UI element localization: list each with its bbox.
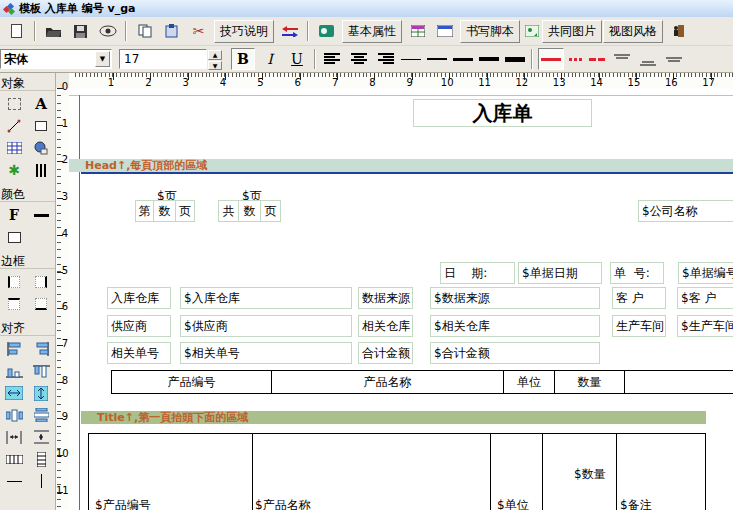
view-style-button[interactable]: 视图风格 (603, 20, 663, 43)
underline-button[interactable]: U (285, 48, 309, 70)
cut-icon[interactable]: ✂ (187, 20, 210, 42)
print-preview-icon[interactable] (96, 20, 119, 42)
properties-button[interactable]: 基本属性 (342, 20, 402, 43)
grid-icon[interactable] (406, 20, 429, 42)
line-width-1-icon[interactable] (399, 48, 422, 70)
red-solid-line-icon[interactable] (538, 48, 564, 70)
related-warehouse-value-field[interactable]: $相关仓库 (430, 315, 600, 337)
font-color-icon[interactable]: F (5, 207, 23, 224)
page-number-field[interactable]: 数 (153, 200, 176, 222)
red-dashed-line-icon[interactable] (587, 48, 607, 70)
header-cell-unit[interactable]: 单位 (503, 370, 555, 394)
exit-icon[interactable] (667, 20, 690, 42)
customer-value-field[interactable]: $客 户 (677, 287, 733, 309)
combo-dropdown-icon[interactable]: ▼ (95, 51, 110, 67)
open-folder-icon[interactable] (42, 20, 65, 42)
line-width-4-icon[interactable] (477, 48, 500, 70)
script-button[interactable]: 书写脚本 (460, 20, 520, 43)
line-width-3-icon[interactable] (451, 48, 474, 70)
supplier-value-field[interactable]: $供应商 (180, 315, 352, 337)
paste-icon[interactable] (160, 20, 183, 42)
line-align-bottom-icon[interactable] (636, 52, 659, 74)
supplier-label-field[interactable]: 供应商 (107, 315, 171, 337)
table-tool-icon[interactable] (5, 140, 23, 157)
header-cell-code[interactable]: 产品编号 (111, 370, 272, 394)
detail-qty-field[interactable]: $数量 (574, 466, 606, 483)
design-canvas[interactable]: 入库单 Head↑,每頁頂部的區域 $页 $页 第 数 页 共 数 页 $公司名… (69, 88, 733, 510)
detail-note-field[interactable]: $备注 (620, 497, 652, 510)
vertical-line-icon[interactable] (32, 473, 50, 490)
related-no-value-field[interactable]: $相关单号 (180, 342, 352, 364)
line-align-middle-icon[interactable] (662, 49, 685, 71)
page-unit-field[interactable]: 页 (175, 200, 195, 222)
select-tool-icon[interactable] (5, 96, 23, 113)
total-amount-value-field[interactable]: $合计金额 (430, 342, 600, 364)
line-tool-icon[interactable] (5, 118, 23, 135)
border-top-icon[interactable] (5, 296, 23, 313)
copy-icon[interactable] (133, 20, 156, 42)
barcode-tool-icon[interactable] (32, 162, 50, 179)
ruler-vertical[interactable]: 01234567891011 (56, 88, 69, 510)
font-size-input[interactable]: 17 ▲▼ (119, 49, 207, 69)
company-field[interactable]: $公司名称 (638, 200, 733, 222)
source-value-field[interactable]: $数据来源 (430, 287, 600, 309)
detail-name-field[interactable]: $产品名称 (255, 497, 311, 510)
date-value-field[interactable]: $单据日期 (518, 262, 602, 284)
line-align-top-icon[interactable] (610, 48, 633, 70)
total-amount-label-field[interactable]: 合计金额 (358, 342, 413, 364)
image-add-icon[interactable] (524, 20, 540, 42)
line-width-5-icon[interactable] (503, 48, 526, 70)
red-dotted-line-icon[interactable] (567, 48, 584, 70)
tips-button[interactable]: 技巧说明 (214, 20, 274, 43)
doc-title-field[interactable]: 入库单 (413, 99, 592, 127)
related-no-label-field[interactable]: 相关单号 (107, 342, 171, 364)
italic-button[interactable]: I (258, 48, 282, 70)
page-total-field[interactable]: 数 (238, 200, 261, 222)
new-file-icon[interactable] (5, 20, 28, 42)
border-bottom-icon[interactable] (32, 296, 50, 313)
workshop-value-field[interactable]: $生产车间 (677, 315, 733, 337)
horizontal-line-icon[interactable] (5, 473, 23, 490)
title-bar[interactable]: 模板 入库单 编号 v_ga (0, 0, 733, 17)
page-total-unit-field[interactable]: 页 (260, 200, 281, 222)
spin-up-icon[interactable]: ▲ (208, 50, 222, 60)
spin-down-icon[interactable]: ▼ (208, 61, 222, 71)
page-total-prefix-field[interactable]: 共 (218, 200, 239, 222)
align-rights-icon[interactable] (32, 341, 50, 358)
bold-button[interactable]: B (231, 48, 255, 70)
distribute-vertical-icon[interactable] (32, 407, 50, 424)
sync-arrows-icon[interactable] (278, 20, 301, 42)
ruler-horizontal[interactable]: 1234567891011121314151617 (69, 73, 733, 88)
text-tool-icon[interactable]: A (32, 96, 50, 113)
number-value-field[interactable]: $单据编号 (678, 262, 733, 284)
same-height-cells-icon[interactable] (32, 451, 50, 468)
detail-unit-field[interactable]: $单位 (497, 497, 529, 510)
fill-color-icon[interactable] (5, 229, 23, 246)
head-band[interactable]: Head↑,每頁頂部的區域 (69, 159, 733, 172)
customer-label-field[interactable]: 客 户 (612, 287, 666, 309)
align-left-icon[interactable] (321, 48, 344, 70)
save-icon[interactable] (69, 20, 92, 42)
header-cell-name[interactable]: 产品名称 (271, 370, 504, 394)
window-icon[interactable] (433, 20, 456, 42)
line-color-icon[interactable] (32, 207, 50, 224)
border-right-icon[interactable] (32, 274, 50, 291)
special-object-tool-icon[interactable]: ✱ (5, 162, 23, 179)
page-prefix-field[interactable]: 第 (135, 200, 154, 222)
border-left-icon[interactable] (5, 274, 23, 291)
detail-code-field[interactable]: $产品编号 (95, 497, 151, 510)
warehouse-label-field[interactable]: 入库仓库 (107, 287, 171, 309)
align-lefts-icon[interactable] (5, 341, 23, 358)
shrink-vertical-spacing-icon[interactable] (32, 429, 50, 446)
workshop-label-field[interactable]: 生产车间 (612, 315, 666, 337)
number-label-field[interactable]: 单 号: (610, 262, 664, 284)
align-bottoms-icon[interactable] (5, 363, 23, 380)
header-cell-qty[interactable]: 数量 (554, 370, 625, 394)
font-name-combo[interactable]: 宋体 ▼ (0, 49, 112, 69)
column-header-table[interactable]: 产品编号 产品名称 单位 数量 (111, 370, 733, 394)
shared-images-button[interactable]: 共同图片 (542, 20, 602, 43)
font-size-spinner[interactable]: ▲▼ (208, 50, 222, 70)
source-label-field[interactable]: 数据来源 (358, 287, 413, 309)
related-warehouse-label-field[interactable]: 相关仓库 (358, 315, 413, 337)
center-vertical-icon[interactable] (32, 385, 50, 402)
